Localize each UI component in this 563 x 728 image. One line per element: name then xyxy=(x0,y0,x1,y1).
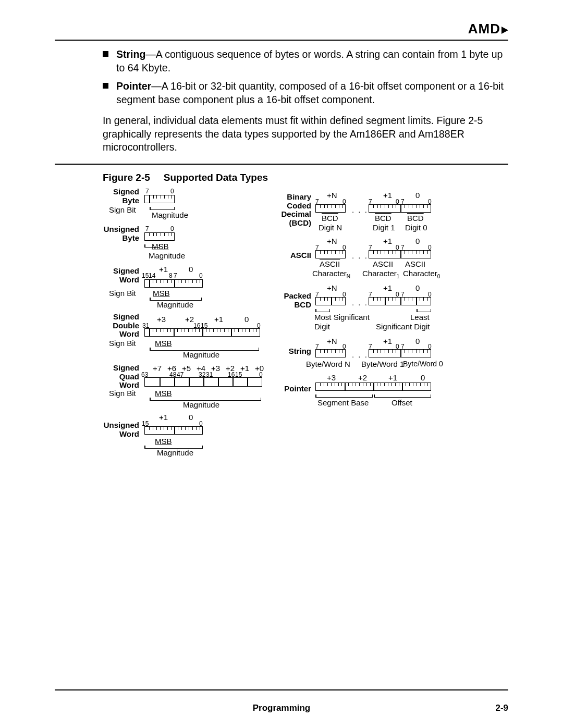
bit-14-sw: 14 xyxy=(149,272,155,279)
txt-mag-uw: Magnitude xyxy=(157,448,193,457)
top-0-uw: 0 xyxy=(189,413,193,422)
strip-pbcd-10 xyxy=(369,297,431,305)
d-ascii-1: Character1 xyxy=(362,269,399,279)
strip-bcd-10 xyxy=(369,204,431,213)
logo-arrow-icon xyxy=(501,27,508,34)
top-p1-str: +1 xyxy=(383,337,392,346)
lbl-ascii: ASCII xyxy=(270,251,311,260)
top-0-ptr: 0 xyxy=(421,373,425,382)
footer-rule xyxy=(55,689,508,690)
bullet-string: String—A contiguous sequence of bytes or… xyxy=(103,48,508,75)
bit-0-ub: 0 xyxy=(170,225,174,232)
top-0-pbcd: 0 xyxy=(415,283,420,292)
lbl-pbcd: PackedBCD xyxy=(270,292,311,309)
top-0-sd: 0 xyxy=(244,315,249,324)
top-0-str: 0 xyxy=(415,337,420,346)
u-ascii-0: ASCII xyxy=(405,260,425,268)
bit-0-sw: 0 xyxy=(199,272,203,279)
footer-title: Programming xyxy=(253,703,311,713)
bit-0: 0 xyxy=(170,188,174,195)
strip-signed-qword xyxy=(144,377,262,387)
txt-mag-sq: Magnitude xyxy=(183,400,219,409)
d-bcd-n: Digit N xyxy=(319,223,342,232)
bit-7-sw: 7 xyxy=(174,272,177,279)
u-bcd-1: BCD xyxy=(375,214,391,223)
txt-msb-sw: MSB xyxy=(153,289,170,298)
lbl-unsigned-word: UnsignedWord xyxy=(92,421,139,438)
top-p1-bcd: +1 xyxy=(383,191,392,200)
header-rule xyxy=(55,40,508,41)
u-str-0: Byte/Word 0 xyxy=(403,360,443,368)
top-pN-bcd: +N xyxy=(327,191,337,200)
top-p1-sw: +1 xyxy=(159,265,168,274)
bit-7: 7 xyxy=(145,188,149,195)
top-p1-ptr: +1 xyxy=(388,373,397,382)
strip-bcd-n xyxy=(315,204,346,213)
txt-msb-ub: MSB xyxy=(152,242,169,251)
lbl-signed-qword: SignedQuadWord xyxy=(92,364,139,390)
top-p1-ascii: +1 xyxy=(383,237,392,245)
strip-signed-dword xyxy=(144,328,260,337)
brand-logo: AMD xyxy=(468,21,508,37)
txt-msd: Most Significant xyxy=(314,313,370,322)
top-pN-str: +N xyxy=(327,337,337,346)
top-p3-sd: +3 xyxy=(157,315,166,324)
strip-ascii-10 xyxy=(369,250,431,258)
dots-pbcd: . . . xyxy=(352,298,368,307)
brace-pbcd-msd xyxy=(315,309,330,312)
footer-page: 2-9 xyxy=(495,703,508,713)
u-bcd-n: BCD xyxy=(322,214,338,223)
strip-signed-word xyxy=(144,279,203,288)
top-0-ascii: 0 xyxy=(415,237,420,245)
txt-mag-sw: Magnitude xyxy=(157,300,193,309)
txt-msb-sq: MSB xyxy=(155,389,172,398)
top-pN-pbcd: +N xyxy=(327,283,337,292)
strip-pbcd-n xyxy=(315,297,346,305)
brace-ptr-seg xyxy=(315,394,373,398)
strip-ascii-n xyxy=(315,250,346,258)
txt-mag-ub: Magnitude xyxy=(149,251,185,260)
txt-msb-sd: MSB xyxy=(155,339,172,348)
u-ascii-1: ASCII xyxy=(373,260,393,268)
txt-mag-sb: Magnitude xyxy=(152,211,188,219)
lbl-pointer: Pointer xyxy=(270,385,311,393)
top-p3-ptr: +3 xyxy=(327,373,336,382)
lbl-signed-dword: SignedDoubleWord xyxy=(92,313,139,339)
strip-str-n xyxy=(315,349,346,357)
top-p2-sd: +2 xyxy=(185,315,194,324)
txt-signbit-sw: Sign Bit xyxy=(109,289,136,298)
lbl-unsigned-byte: UnsignedByte xyxy=(92,225,139,242)
txt-msd2: Digit xyxy=(314,322,330,331)
txt-signbit-sq: Sign Bit xyxy=(109,389,136,398)
top-0-bcd: 0 xyxy=(415,191,420,200)
strip-signed-byte xyxy=(144,195,175,203)
lbl-bcd: BinaryCodedDecimal(BCD) xyxy=(270,193,311,227)
d-ascii-0: Character0 xyxy=(403,269,440,279)
top-0-sw: 0 xyxy=(189,265,193,274)
brace-ptr-off xyxy=(374,394,431,398)
d-bcd-0: Digit 0 xyxy=(405,223,427,232)
top-p1-uw: +1 xyxy=(159,413,168,422)
bit-15-sw: 15 xyxy=(142,272,149,279)
lbl-signed-word: SignedWord xyxy=(92,267,139,284)
brace-pbcd-lsd xyxy=(417,309,431,312)
u-str-1: Byte/Word 1 xyxy=(361,360,404,368)
d-bcd-1: Digit 1 xyxy=(373,223,395,232)
top-p1-sd: +1 xyxy=(214,315,223,324)
u-str-n: Byte/Word N xyxy=(306,360,350,368)
figure-rule xyxy=(55,164,508,165)
txt-signbit-sd: Sign Bit xyxy=(109,339,136,348)
bit-8-sw: 8 xyxy=(169,272,173,279)
u-ascii-n: ASCII xyxy=(320,260,340,268)
txt-ptr-off: Offset xyxy=(391,398,412,407)
txt-mag-sd: Magnitude xyxy=(183,350,219,359)
dots-bcd: . . . xyxy=(352,205,368,214)
txt-ptr-seg: Segment Base xyxy=(317,398,369,407)
strip-unsigned-word xyxy=(144,426,203,435)
top-p7-sq: +7 xyxy=(153,364,162,373)
txt-signbit-sb: Sign Bit xyxy=(109,205,136,214)
d-ascii-n: CharacterN xyxy=(312,269,350,279)
brace-sb xyxy=(150,206,175,210)
dots-str: . . . xyxy=(352,350,368,359)
figure-caption: Figure 2-5Supported Data Types xyxy=(103,172,508,183)
